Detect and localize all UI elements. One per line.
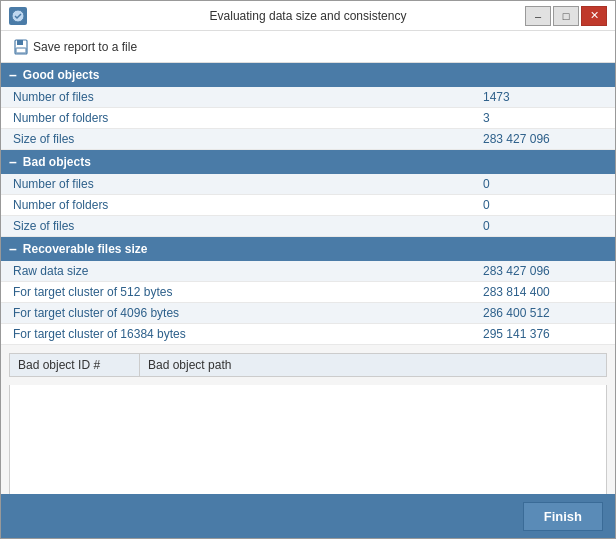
good-objects-section: – Good objects Number of files 1473 Numb… — [1, 63, 615, 150]
bad-object-id-column-header: Bad object ID # — [10, 354, 140, 376]
cluster-16384-value: 295 141 376 — [483, 327, 603, 341]
good-objects-header: – Good objects — [1, 63, 615, 87]
good-size-of-files-label: Size of files — [13, 132, 483, 146]
bad-objects-title: Bad objects — [23, 155, 91, 169]
bad-size-of-files-label: Size of files — [13, 219, 483, 233]
title-bar-left — [9, 7, 27, 25]
cluster-4096-row: For target cluster of 4096 bytes 286 400… — [1, 303, 615, 324]
save-report-label: Save report to a file — [33, 40, 137, 54]
cluster-4096-value: 286 400 512 — [483, 306, 603, 320]
window-title: Evaluating data size and consistency — [0, 9, 616, 23]
bad-number-of-files-row: Number of files 0 — [1, 174, 615, 195]
good-size-of-files-value: 283 427 096 — [483, 132, 603, 146]
cluster-512-value: 283 814 400 — [483, 285, 603, 299]
good-number-of-files-label: Number of files — [13, 90, 483, 104]
bad-number-of-folders-label: Number of folders — [13, 198, 483, 212]
svg-rect-3 — [16, 48, 26, 53]
good-number-of-folders-row: Number of folders 3 — [1, 108, 615, 129]
recoverable-title: Recoverable files size — [23, 242, 148, 256]
good-number-of-files-value: 1473 — [483, 90, 603, 104]
good-number-of-folders-label: Number of folders — [13, 111, 483, 125]
bad-size-of-files-value: 0 — [483, 219, 603, 233]
bad-objects-table-header: Bad object ID # Bad object path — [9, 353, 607, 377]
content-area: – Good objects Number of files 1473 Numb… — [1, 63, 615, 494]
title-bar: Evaluating data size and consistency – □… — [1, 1, 615, 31]
cluster-16384-row: For target cluster of 16384 bytes 295 14… — [1, 324, 615, 345]
save-report-button[interactable]: Save report to a file — [9, 37, 141, 57]
bad-objects-table-body — [9, 385, 607, 494]
raw-data-size-row: Raw data size 283 427 096 — [1, 261, 615, 282]
good-objects-collapse-icon: – — [9, 67, 17, 83]
close-button[interactable]: ✕ — [581, 6, 607, 26]
bad-number-of-folders-value: 0 — [483, 198, 603, 212]
bad-size-of-files-row: Size of files 0 — [1, 216, 615, 237]
raw-data-size-value: 283 427 096 — [483, 264, 603, 278]
svg-rect-2 — [17, 40, 23, 45]
good-number-of-folders-value: 3 — [483, 111, 603, 125]
bad-objects-header: – Bad objects — [1, 150, 615, 174]
footer: Finish — [1, 494, 615, 538]
raw-data-size-label: Raw data size — [13, 264, 483, 278]
window-controls: – □ ✕ — [525, 6, 607, 26]
cluster-512-row: For target cluster of 512 bytes 283 814 … — [1, 282, 615, 303]
good-objects-title: Good objects — [23, 68, 100, 82]
main-window: Evaluating data size and consistency – □… — [0, 0, 616, 539]
bad-objects-collapse-icon: – — [9, 154, 17, 170]
good-size-of-files-row: Size of files 283 427 096 — [1, 129, 615, 150]
minimize-button[interactable]: – — [525, 6, 551, 26]
cluster-16384-label: For target cluster of 16384 bytes — [13, 327, 483, 341]
restore-button[interactable]: □ — [553, 6, 579, 26]
good-number-of-files-row: Number of files 1473 — [1, 87, 615, 108]
toolbar: Save report to a file — [1, 31, 615, 63]
bad-number-of-folders-row: Number of folders 0 — [1, 195, 615, 216]
recoverable-collapse-icon: – — [9, 241, 17, 257]
app-icon — [9, 7, 27, 25]
recoverable-section: – Recoverable files size Raw data size 2… — [1, 237, 615, 345]
bad-objects-section: – Bad objects Number of files 0 Number o… — [1, 150, 615, 237]
save-icon — [13, 39, 29, 55]
finish-button[interactable]: Finish — [523, 502, 603, 531]
recoverable-header: – Recoverable files size — [1, 237, 615, 261]
cluster-4096-label: For target cluster of 4096 bytes — [13, 306, 483, 320]
bad-object-path-column-header: Bad object path — [140, 354, 606, 376]
cluster-512-label: For target cluster of 512 bytes — [13, 285, 483, 299]
bad-number-of-files-value: 0 — [483, 177, 603, 191]
bad-number-of-files-label: Number of files — [13, 177, 483, 191]
